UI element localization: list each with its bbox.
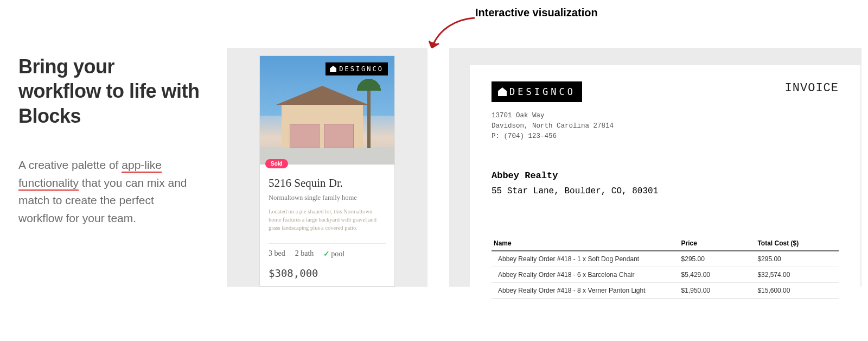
from-line1: 13701 Oak Way <box>492 111 614 121</box>
callout-label: Interactive visualization <box>475 7 598 19</box>
brand-name: DESIGNCO <box>509 86 576 97</box>
to-address: 55 Star Lane, Boulder, CO, 80301 <box>492 186 839 196</box>
listing-panel: DESIGNCO Sold 5216 Sequin Dr. Normaltown… <box>227 48 427 287</box>
stat-pool: ✓pool <box>323 249 344 258</box>
listing-subtitle: Normaltown single family home <box>269 194 386 202</box>
cell-total: $32,574.00 <box>755 267 839 283</box>
from-line3: P: (704) 123-456 <box>492 131 614 142</box>
to-name: Abbey Realty <box>492 171 839 181</box>
roof-shape <box>276 86 368 105</box>
stat-beds: 3 bed <box>269 249 285 258</box>
check-icon: ✓ <box>323 250 330 258</box>
invoice-from: 13701 Oak Way Davidson, North Carolina 2… <box>492 111 614 141</box>
listing-body: 5216 Sequin Dr. Normaltown single family… <box>260 165 394 285</box>
cell-price: $295.00 <box>679 251 756 267</box>
table-row[interactable]: Abbey Realty Order #418 - 8 x Verner Pan… <box>492 283 839 299</box>
brand-name: DESIGNCO <box>339 65 384 73</box>
listing-price: $308,000 <box>269 267 386 279</box>
stat-pool-label: pool <box>331 250 344 258</box>
house-icon <box>498 87 507 96</box>
stat-baths: 2 bath <box>295 249 314 258</box>
subhead-link-1[interactable]: app-like <box>122 159 162 173</box>
col-total: Total Cost ($) <box>755 236 839 251</box>
listing-card[interactable]: DESIGNCO Sold 5216 Sequin Dr. Normaltown… <box>259 55 395 287</box>
cell-name: Abbey Realty Order #418 - 8 x Verner Pan… <box>492 283 679 299</box>
cell-total: $15,600.00 <box>755 283 839 299</box>
invoice-table: Name Price Total Cost ($) Abbey Realty O… <box>492 236 839 299</box>
invoice-to: Abbey Realty 55 Star Lane, Boulder, CO, … <box>492 171 839 196</box>
listing-photo: DESIGNCO <box>260 56 394 165</box>
cell-price: $5,429.00 <box>679 267 756 283</box>
invoice-sheet: DESIGNCO 13701 Oak Way Davidson, North C… <box>470 65 860 287</box>
palm-tree-shape <box>367 83 371 148</box>
garage-shape <box>324 124 354 148</box>
col-name: Name <box>492 236 679 251</box>
garage-shape <box>290 124 320 148</box>
invoice-label: INVOICE <box>785 81 839 95</box>
marketing-copy: Bring your workflow to life with Blocks … <box>18 54 200 227</box>
listing-stats: 3 bed 2 bath ✓pool <box>269 243 386 258</box>
cell-name: Abbey Realty Order #418 - 6 x Barcelona … <box>492 267 679 283</box>
house-icon <box>330 66 336 72</box>
brand-chip: DESIGNCO <box>492 81 582 102</box>
brand-chip: DESIGNCO <box>326 62 388 75</box>
cell-total: $295.00 <box>755 251 839 267</box>
headline: Bring your workflow to life with Blocks <box>18 54 200 128</box>
from-line2: Davidson, North Carolina 27814 <box>492 121 614 131</box>
table-row[interactable]: Abbey Realty Order #418 - 6 x Barcelona … <box>492 267 839 283</box>
cell-name: Abbey Realty Order #418 - 1 x Soft Dog P… <box>492 251 679 267</box>
cell-price: $1,950.00 <box>679 283 756 299</box>
listing-description: Located on a pie shaped lot, this Normal… <box>269 207 386 232</box>
table-row[interactable]: Abbey Realty Order #418 - 1 x Soft Dog P… <box>492 251 839 267</box>
invoice-head: DESIGNCO 13701 Oak Way Davidson, North C… <box>492 81 839 141</box>
sold-badge: Sold <box>265 159 288 168</box>
table-header-row: Name Price Total Cost ($) <box>492 236 839 251</box>
invoice-panel: DESIGNCO 13701 Oak Way Davidson, North C… <box>449 48 861 287</box>
col-price: Price <box>679 236 756 251</box>
listing-title: 5216 Sequin Dr. <box>269 176 386 190</box>
subhead-pre: A creative palette of <box>18 159 122 171</box>
subheadline: A creative palette of app-like functiona… <box>18 156 200 227</box>
subhead-link-2[interactable]: functionality <box>18 176 79 191</box>
